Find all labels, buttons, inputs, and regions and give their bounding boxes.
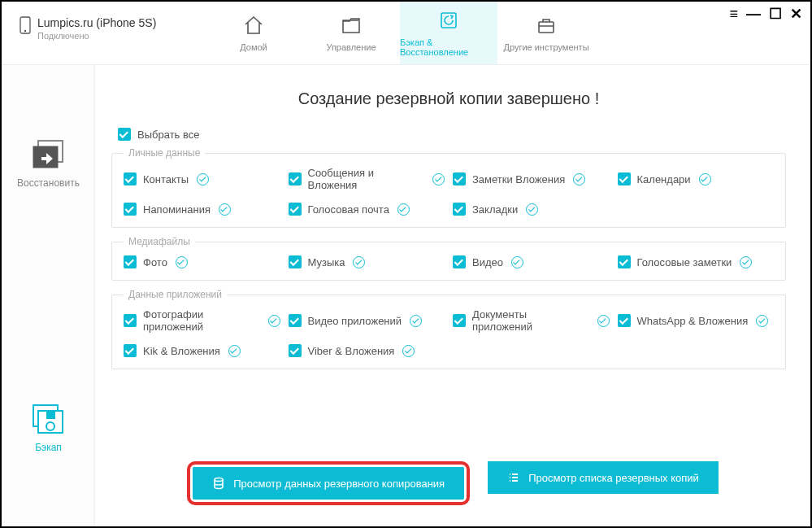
item-whatsapp[interactable]: WhatsApp & Вложения [618, 308, 775, 333]
checkbox-icon [289, 344, 302, 357]
menu-icon[interactable]: ≡ [729, 7, 738, 21]
nav-tools[interactable]: Другие инструменты [497, 2, 595, 64]
item-kik[interactable]: Kik & Вложения [124, 344, 280, 357]
item-label: Видео приложений [308, 315, 402, 327]
status-ok-icon [597, 315, 610, 327]
status-ok-icon [176, 256, 188, 268]
item-photo[interactable]: Фото [124, 255, 280, 268]
checkbox-icon [289, 203, 302, 216]
status-ok-icon [432, 173, 445, 185]
status-ok-icon [699, 173, 711, 185]
phone-icon [20, 16, 31, 34]
sidebar-restore[interactable]: Восстановить [17, 138, 80, 189]
highlight-callout: Просмотр данных резервного копирования [187, 461, 470, 505]
svg-rect-2 [441, 13, 456, 28]
backup-icon [30, 403, 67, 435]
status-ok-icon [397, 203, 410, 216]
item-messages[interactable]: Сообщения и Вложения [289, 167, 445, 191]
item-app-video[interactable]: Видео приложений [289, 308, 445, 333]
item-label: Viber & Вложения [308, 345, 395, 357]
item-music[interactable]: Музыка [289, 255, 445, 268]
nav-home[interactable]: Домой [205, 2, 302, 64]
checkbox-icon [124, 172, 137, 185]
item-label: Видео [472, 256, 503, 268]
checkbox-icon [453, 203, 466, 216]
nav-bar: Домой Управление Бэкап & Восстановление … [205, 2, 810, 64]
checkbox-icon [289, 314, 302, 327]
device-info: Lumpics.ru (iPhone 5S) Подключено [2, 2, 205, 64]
nav-manage-label: Управление [326, 42, 376, 52]
item-label: WhatsApp & Вложения [637, 315, 749, 327]
nav-backup-restore[interactable]: Бэкап & Восстановление [400, 2, 497, 64]
group-apps-title: Данные приложений [124, 289, 227, 300]
svg-rect-3 [539, 22, 554, 33]
checkbox-icon [124, 203, 137, 216]
item-voicenotes[interactable]: Голосовые заметки [618, 255, 775, 268]
item-reminders[interactable]: Напоминания [124, 203, 280, 216]
status-ok-icon [268, 315, 280, 327]
button-label: Просмотр списка резервных копий [528, 472, 699, 484]
item-label: Голосовая почта [308, 203, 389, 216]
item-label: Музыка [308, 256, 345, 268]
item-label: Фото [143, 256, 167, 268]
minimize-button[interactable]: — [746, 7, 761, 21]
status-ok-icon [573, 173, 585, 185]
item-label: Kik & Вложения [143, 345, 220, 357]
checkbox-icon [453, 172, 466, 185]
item-contacts[interactable]: Контакты [124, 167, 280, 191]
item-label: Заметки Вложения [472, 173, 565, 185]
database-icon [212, 477, 225, 490]
checkbox-icon [124, 344, 137, 357]
footer-buttons: Просмотр данных резервного копирования П… [95, 461, 810, 505]
app-window: ≡ — ☐ ✕ Lumpics.ru (iPhone 5S) Подключен… [0, 0, 812, 528]
item-video[interactable]: Видео [453, 255, 610, 268]
nav-backup-label: Бэкап & Восстановление [400, 37, 497, 57]
item-app-docs[interactable]: Документы приложений [453, 308, 610, 333]
item-notes-attachments[interactable]: Заметки Вложения [453, 167, 610, 191]
checkbox-icon [453, 314, 466, 327]
status-ok-icon [740, 256, 752, 268]
group-personal-title: Личные данные [124, 147, 205, 159]
checkbox-icon [618, 255, 631, 268]
status-ok-icon [197, 173, 209, 185]
status-ok-icon [526, 203, 538, 216]
close-button[interactable]: ✕ [790, 7, 802, 21]
status-ok-icon [228, 345, 241, 357]
item-bookmarks[interactable]: Закладки [453, 203, 610, 216]
sidebar-backup[interactable]: Бэкап [30, 403, 67, 453]
item-label: Фотографии приложений [143, 308, 260, 333]
checkbox-icon [618, 172, 631, 185]
sidebar-restore-label: Восстановить [17, 177, 80, 189]
item-label: Голосовые заметки [637, 256, 732, 268]
restore-icon [30, 138, 67, 171]
checkbox-icon [618, 314, 631, 327]
device-status: Подключено [37, 31, 156, 41]
sidebar-backup-label: Бэкап [35, 442, 62, 453]
view-backup-list-button[interactable]: Просмотр списка резервных копий [488, 461, 719, 494]
item-viber[interactable]: Viber & Вложения [289, 344, 445, 357]
item-label: Документы приложений [472, 308, 589, 333]
item-label: Контакты [143, 173, 189, 185]
status-ok-icon [410, 315, 422, 327]
nav-manage[interactable]: Управление [302, 2, 400, 64]
maximize-button[interactable]: ☐ [769, 7, 782, 21]
device-name: Lumpics.ru (iPhone 5S) [37, 16, 156, 29]
list-icon [507, 471, 520, 484]
svg-rect-8 [46, 411, 55, 419]
item-app-photos[interactable]: Фотографии приложений [124, 308, 280, 333]
select-all-label: Выбрать все [137, 129, 199, 141]
checkbox-icon [289, 172, 302, 185]
view-backup-data-button[interactable]: Просмотр данных резервного копирования [193, 467, 464, 500]
folder-icon [340, 15, 363, 37]
select-all-row[interactable]: Выбрать все [118, 128, 786, 141]
status-ok-icon [219, 203, 231, 216]
group-personal: Личные данные Контакты Сообщения и Вложе… [111, 147, 786, 228]
main-body: Восстановить Бэкап Создание резервной ко… [2, 65, 810, 526]
nav-home-label: Домой [240, 42, 267, 52]
nav-tools-label: Другие инструменты [503, 42, 588, 52]
svg-point-1 [24, 30, 26, 32]
topbar: Lumpics.ru (iPhone 5S) Подключено Домой … [2, 2, 810, 65]
item-voicemail[interactable]: Голосовая почта [289, 203, 445, 216]
status-ok-icon [756, 315, 768, 327]
item-calendars[interactable]: Календари [618, 167, 775, 191]
